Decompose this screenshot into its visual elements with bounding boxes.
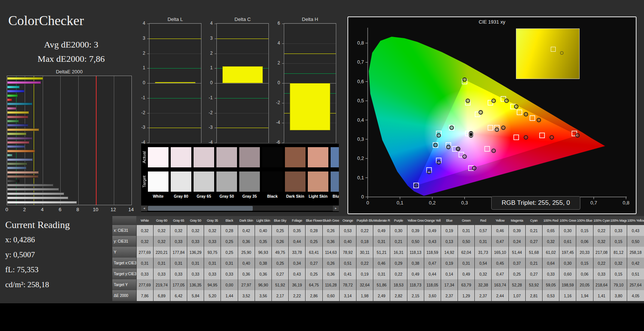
table-cell: 0,47 bbox=[492, 236, 508, 247]
table-cell: 0,33 bbox=[543, 268, 559, 279]
y-tick-label: 2 bbox=[277, 60, 280, 66]
table-cell: 0,28 bbox=[221, 225, 238, 236]
scrollbar-thumb[interactable] bbox=[148, 206, 253, 211]
tick-mark bbox=[282, 63, 284, 64]
measured-marker-purple bbox=[463, 155, 467, 158]
scroll-left-arrow-icon[interactable]: ◄ bbox=[141, 206, 147, 211]
table-cell: 0,22 bbox=[593, 258, 610, 268]
measured-marker-dark-skin bbox=[501, 126, 505, 130]
tick-mark bbox=[215, 68, 216, 69]
deltae-bar-orange-yellow bbox=[7, 128, 39, 131]
table-cell: 0,31 bbox=[221, 258, 238, 268]
deltae-bar-orange bbox=[7, 150, 35, 152]
gridline bbox=[149, 24, 201, 24]
delta-l-y-axis: 43210-1-2-3-4 bbox=[138, 23, 148, 143]
measured-marker-red bbox=[550, 136, 554, 139]
tick-mark bbox=[147, 98, 149, 98]
measured-marker-100-blue bbox=[414, 183, 418, 187]
table-cell: 2,86 bbox=[306, 290, 322, 301]
column-header: Orange Yellow bbox=[424, 216, 441, 225]
table-cell: 1,98 bbox=[356, 290, 373, 301]
table-cell: 78,92 bbox=[339, 247, 356, 258]
table-cell: 20,05 bbox=[576, 279, 593, 290]
table-cell: 0,32 bbox=[593, 236, 610, 247]
gridline bbox=[284, 63, 336, 64]
table-cell: 30,11 bbox=[356, 247, 373, 258]
table-cell: 136,35 bbox=[187, 279, 204, 290]
measured-marker-orange bbox=[537, 118, 541, 122]
tick-mark bbox=[147, 39, 149, 39]
swatch-actual-white bbox=[148, 147, 168, 167]
swatch-target-light-skin bbox=[308, 171, 328, 192]
swatch-scrollbar[interactable]: ◄ ► bbox=[141, 205, 339, 211]
table-cell: 0,37 bbox=[508, 258, 525, 268]
table-cell: 25,90 bbox=[238, 247, 255, 258]
table-cell: 51,92 bbox=[272, 279, 289, 290]
table-cell: 62,04 bbox=[458, 247, 475, 258]
patch-color-inset bbox=[516, 28, 580, 79]
column-header: Foliage bbox=[289, 216, 306, 225]
row-label: y: CIE31 bbox=[112, 236, 136, 247]
deltae-bar-black bbox=[7, 180, 20, 182]
table-cell: 0,65 bbox=[543, 225, 559, 236]
table-cell: 197,45 bbox=[559, 247, 576, 258]
y-tick-label: 4 bbox=[210, 21, 213, 26]
deltae-bar-100-yellow bbox=[7, 77, 43, 80]
table-cell: 1,94 bbox=[576, 290, 593, 301]
gridline bbox=[217, 113, 268, 113]
swatch-label: White bbox=[148, 194, 169, 198]
table-cell: 0,47 bbox=[424, 258, 441, 268]
tick-mark bbox=[215, 83, 216, 83]
table-cell: 0,26 bbox=[322, 258, 339, 268]
table-cell: 49,75 bbox=[272, 247, 289, 258]
table-cell: 3,14 bbox=[339, 290, 356, 301]
table-cell: 2,81 bbox=[525, 290, 542, 301]
table-cell: 0,22 bbox=[593, 225, 610, 236]
delta-h-panel: Delta H 6420-2-4-6 bbox=[273, 16, 337, 152]
actual-row-label: Actual bbox=[142, 147, 147, 167]
table-cell: 0,49 bbox=[407, 268, 424, 279]
table-cell: 0,36 bbox=[322, 236, 339, 247]
column-header: Gray 80 bbox=[153, 216, 170, 225]
x-tick-label: 4 bbox=[41, 207, 43, 212]
table-cell: 118,13 bbox=[407, 247, 424, 258]
table-cell: 0,31 bbox=[458, 258, 475, 268]
y-tick-label: 2 bbox=[143, 51, 145, 56]
table-cell: 1,44 bbox=[221, 290, 238, 301]
tick-mark bbox=[215, 54, 216, 54]
column-header: Moderate Red bbox=[373, 216, 390, 225]
delta-l-plot bbox=[149, 23, 201, 143]
gridline bbox=[78, 76, 79, 205]
table-cell: 0,51 bbox=[339, 258, 356, 268]
row-label: Y bbox=[112, 247, 136, 258]
deltae-bar-100-red bbox=[7, 98, 12, 101]
table-cell: 0,33 bbox=[153, 268, 170, 279]
table-cell: 0,24 bbox=[508, 236, 525, 247]
measured-marker-cyan bbox=[434, 143, 437, 147]
swatch-strip: Actual Target WhiteGray 80Gray 65Gray 50… bbox=[141, 144, 339, 212]
table-cell: 2,82 bbox=[390, 290, 407, 301]
deltae-bar-blue-sky bbox=[7, 167, 26, 169]
scroll-right-arrow-icon[interactable]: ► bbox=[333, 206, 339, 211]
avg-de2000: Avg dE2000: 3 bbox=[11, 37, 131, 52]
table-cell: 0,25 bbox=[221, 236, 238, 247]
deltae-bar-yellow bbox=[7, 111, 29, 114]
table-cell: 0,15 bbox=[610, 236, 627, 247]
column-header: Blue Sky bbox=[272, 216, 289, 225]
table-cell: 177,05 bbox=[170, 279, 187, 290]
deltae-bar-magenta bbox=[7, 107, 16, 110]
x-tick-label: 14 bbox=[128, 207, 134, 212]
table-cell: 0,27 bbox=[525, 236, 542, 247]
y-tick-label: 0 bbox=[361, 194, 364, 200]
table-cell: 0,47 bbox=[492, 268, 508, 279]
gridline bbox=[284, 43, 336, 44]
table-cell: 257,64 bbox=[627, 279, 644, 290]
tick-mark bbox=[282, 123, 284, 123]
table-cell: 0,15 bbox=[576, 225, 593, 236]
ref-line bbox=[284, 54, 336, 54]
table-cell: 5,20 bbox=[204, 290, 221, 301]
x-tick-label: 0 bbox=[366, 200, 369, 206]
deltae-chart-title: DeltaE 2000 bbox=[7, 69, 132, 75]
table-cell: 0,35 bbox=[255, 236, 271, 247]
rgb-triplet-badge: RGB Triplet: 255, 255, 0 bbox=[491, 196, 580, 210]
